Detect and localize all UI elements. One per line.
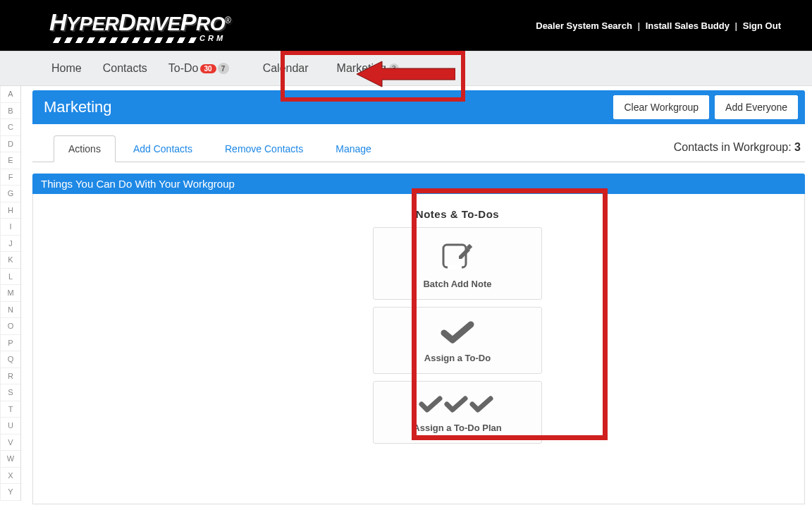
nav-marketing[interactable]: Marketing 3 xyxy=(326,62,410,75)
install-buddy-link[interactable]: Install Sales Buddy xyxy=(643,20,732,31)
separator: | xyxy=(735,20,738,31)
checker-decoration xyxy=(53,37,197,43)
top-header: HYPERDRIVEPRO® CRM Dealer System Search … xyxy=(0,0,812,51)
logo[interactable]: HYPERDRIVEPRO® CRM xyxy=(49,8,230,43)
marketing-badge: 3 xyxy=(389,63,399,73)
todo-badge-red: 30 xyxy=(200,64,216,73)
nav-calendar-label: Calendar xyxy=(263,62,309,75)
dealer-search-link[interactable]: Dealer System Search xyxy=(533,20,635,31)
nav-calendar[interactable]: Calendar xyxy=(252,62,319,75)
nav-contacts[interactable]: Contacts xyxy=(92,62,158,75)
nav-contacts-label: Contacts xyxy=(103,62,147,75)
nav-todo[interactable]: To-Do 30 7 xyxy=(158,62,240,75)
nav-todo-label: To-Do xyxy=(168,62,199,75)
separator: | xyxy=(637,20,640,31)
logo-text: HYPERDRIVEPRO® xyxy=(49,8,230,36)
top-links: Dealer System Search | Install Sales Bud… xyxy=(533,20,784,31)
sign-out-link[interactable]: Sign Out xyxy=(740,20,784,31)
logo-sub: CRM xyxy=(199,34,226,42)
nav-bar: Home Contacts To-Do 30 7 Calendar Market… xyxy=(0,51,812,86)
nav-home[interactable]: Home xyxy=(41,62,92,75)
nav-home-label: Home xyxy=(51,62,82,75)
todo-badge-gray: 7 xyxy=(218,63,229,74)
nav-marketing-label: Marketing xyxy=(337,62,386,75)
